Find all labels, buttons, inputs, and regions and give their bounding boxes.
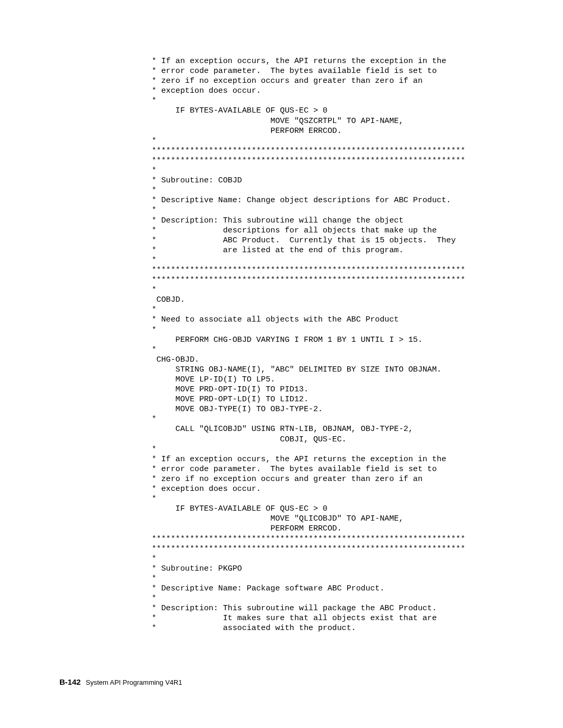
footer-title: System API Programming V4R1 [85, 678, 182, 686]
page-number: B-142 [59, 677, 81, 686]
page-footer: B-142 System API Programming V4R1 [59, 677, 182, 687]
code-listing: * If an exception occurs, the API return… [152, 56, 466, 633]
document-page: * If an exception occurs, the API return… [0, 0, 563, 728]
